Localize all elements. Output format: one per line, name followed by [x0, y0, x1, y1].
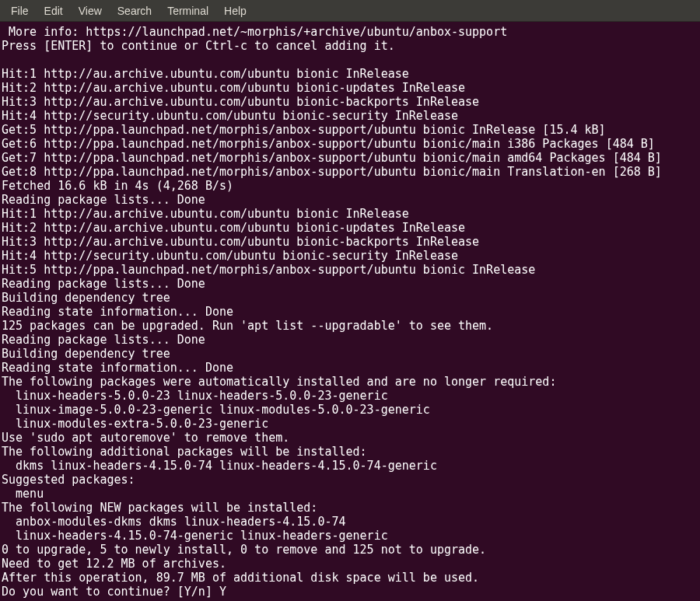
terminal-line: Building dependency tree [2, 291, 698, 305]
terminal-line: Reading state information... Done [2, 305, 698, 319]
terminal-line: Hit:1 http://au.archive.ubuntu.com/ubunt… [2, 67, 698, 81]
menubar: File Edit View Search Terminal Help [0, 0, 700, 22]
terminal-line: The following NEW packages will be insta… [2, 501, 698, 515]
terminal-line: 125 packages can be upgraded. Run 'apt l… [2, 319, 698, 333]
terminal-line: linux-modules-extra-5.0.0-23-generic [2, 417, 698, 431]
terminal-line: Reading package lists... Done [2, 193, 698, 207]
menu-view[interactable]: View [71, 2, 110, 20]
terminal-line: The following additional packages will b… [2, 445, 698, 459]
terminal-line: Hit:2 http://au.archive.ubuntu.com/ubunt… [2, 81, 698, 95]
menu-edit[interactable]: Edit [37, 2, 71, 20]
terminal-line: Fetched 16.6 kB in 4s (4,268 B/s) [2, 179, 698, 193]
terminal-line: Reading state information... Done [2, 361, 698, 375]
terminal-line: linux-headers-4.15.0-74-generic linux-he… [2, 529, 698, 543]
terminal-line: More info: https://launchpad.net/~morphi… [2, 25, 698, 39]
terminal-line: Press [ENTER] to continue or Ctrl-c to c… [2, 39, 698, 53]
menu-file[interactable]: File [3, 2, 37, 20]
terminal-line: After this operation, 89.7 MB of additio… [2, 571, 698, 585]
terminal-line: Do you want to continue? [Y/n] Y [2, 585, 698, 599]
terminal-line: Get:8 http://ppa.launchpad.net/morphis/a… [2, 165, 698, 179]
menu-terminal[interactable]: Terminal [159, 2, 216, 20]
terminal-line: Hit:5 http://ppa.launchpad.net/morphis/a… [2, 263, 698, 277]
terminal-line: Reading package lists... Done [2, 277, 698, 291]
terminal-line: linux-image-5.0.0-23-generic linux-modul… [2, 403, 698, 417]
terminal-line: anbox-modules-dkms dkms linux-headers-4.… [2, 515, 698, 529]
terminal-line: Hit:4 http://security.ubuntu.com/ubuntu … [2, 109, 698, 123]
terminal-line: menu [2, 487, 698, 501]
menu-search[interactable]: Search [110, 2, 159, 20]
terminal-line: Hit:3 http://au.archive.ubuntu.com/ubunt… [2, 235, 698, 249]
menu-help[interactable]: Help [216, 2, 254, 20]
terminal-line: Hit:4 http://security.ubuntu.com/ubuntu … [2, 249, 698, 263]
terminal-line: linux-headers-5.0.0-23 linux-headers-5.0… [2, 389, 698, 403]
terminal-output[interactable]: More info: https://launchpad.net/~morphi… [0, 22, 700, 601]
terminal-line [2, 53, 698, 67]
terminal-line: Use 'sudo apt autoremove' to remove them… [2, 431, 698, 445]
terminal-line: dkms linux-headers-4.15.0-74 linux-heade… [2, 459, 698, 473]
terminal-line: Suggested packages: [2, 473, 698, 487]
terminal-line: Reading package lists... Done [2, 333, 698, 347]
terminal-line: Hit:1 http://au.archive.ubuntu.com/ubunt… [2, 207, 698, 221]
terminal-line: Get:6 http://ppa.launchpad.net/morphis/a… [2, 137, 698, 151]
terminal-line: Hit:3 http://au.archive.ubuntu.com/ubunt… [2, 95, 698, 109]
terminal-line: 0 to upgrade, 5 to newly install, 0 to r… [2, 543, 698, 557]
terminal-line: Get:5 http://ppa.launchpad.net/morphis/a… [2, 123, 698, 137]
terminal-line: Hit:2 http://au.archive.ubuntu.com/ubunt… [2, 221, 698, 235]
terminal-line: Building dependency tree [2, 347, 698, 361]
terminal-line: The following packages were automaticall… [2, 375, 698, 389]
terminal-line: Get:7 http://ppa.launchpad.net/morphis/a… [2, 151, 698, 165]
terminal-line: Need to get 12.2 MB of archives. [2, 557, 698, 571]
